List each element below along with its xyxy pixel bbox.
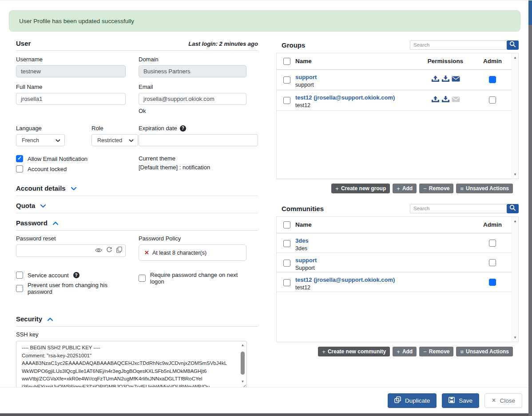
user-section-title: User [16, 40, 31, 47]
username-field-group: Username testnew [16, 56, 126, 77]
save-button[interactable]: Save [442, 393, 479, 408]
current-theme-label: Current theme [139, 155, 246, 162]
notification-checkbox-group: Allow Email Notification Account locked [16, 155, 126, 176]
copy-password-icon[interactable] [116, 247, 122, 255]
create-new-community-button[interactable]: +Create new community [318, 347, 390, 356]
help-icon[interactable]: ? [73, 272, 79, 278]
create-new-group-button[interactable]: +Create new group [331, 184, 390, 193]
ssh-key-textarea[interactable]: ---- BEGIN SSH2 PUBLIC KEY ---- Comment:… [16, 341, 247, 391]
community-name-link[interactable]: 3des [295, 237, 309, 244]
community-row-checkbox[interactable] [283, 279, 290, 286]
group-row: support support [277, 70, 518, 90]
communities-col-admin: Admin [475, 221, 510, 228]
search-icon [509, 204, 516, 212]
community-name-link[interactable]: test12 (jrosella@support.okiok.com) [295, 276, 395, 283]
fullname-input[interactable]: jrosella1 [16, 93, 126, 105]
download-permission-icon[interactable] [441, 76, 450, 82]
allow-email-notification-checkbox[interactable] [16, 155, 23, 162]
ssh-key-label: SSH key [16, 331, 258, 338]
scroll-thumb[interactable] [241, 352, 245, 375]
last-login-text: Last login: 2 minutes ago [188, 40, 258, 47]
close-button[interactable]: × Close [484, 393, 522, 408]
scroll-up-icon[interactable]: ▲ [512, 219, 518, 223]
community-unsaved-actions-button[interactable]: ≡Unsaved Actions [456, 347, 513, 356]
add-community-button[interactable]: +Add [393, 347, 417, 356]
community-row-checkbox[interactable] [283, 240, 290, 247]
page-scrollbar[interactable] [528, 0, 532, 416]
groups-scrollbar[interactable]: ▲ ▼ [512, 53, 518, 179]
domain-label: Domain [139, 56, 246, 63]
role-select[interactable]: Restricted [91, 134, 138, 146]
generate-password-refresh-icon[interactable] [106, 247, 112, 255]
current-theme-value: [Default theme] : notification [139, 164, 246, 171]
footer-action-bar: Duplicate Save × Close [0, 387, 528, 413]
email-input[interactable]: jrosella@support.okiok.com [139, 93, 246, 105]
user-profile-page: User Profile has been updated successful… [0, 0, 532, 416]
section-security[interactable]: Security [16, 315, 258, 327]
upload-permission-icon[interactable] [431, 96, 440, 103]
group-name-link[interactable]: test12 (jrosella@support.okiok.com) [295, 94, 395, 101]
mail-permission-icon[interactable] [452, 76, 460, 82]
community-admin-checkbox[interactable] [489, 279, 496, 286]
communities-select-all-checkbox[interactable] [283, 221, 290, 228]
group-unsaved-actions-button[interactable]: ≡Unsaved Actions [456, 184, 513, 193]
mail-permission-icon[interactable] [452, 96, 460, 102]
upload-permission-icon[interactable] [431, 76, 440, 82]
ssh-scrollbar[interactable]: ▲ ▼ [239, 342, 246, 390]
prevent-change-checkbox[interactable] [16, 285, 23, 292]
scroll-up-icon[interactable]: ▲ [239, 343, 246, 347]
community-row-checkbox[interactable] [283, 260, 290, 267]
email-status: Ok [139, 108, 246, 114]
service-account-checkbox[interactable] [16, 272, 23, 279]
community-admin-checkbox[interactable] [489, 259, 496, 266]
allow-email-notification-row[interactable]: Allow Email Notification [16, 155, 126, 162]
language-field-group: Language French [16, 125, 91, 146]
current-theme-group: Current theme [Default theme] : notifica… [139, 155, 246, 176]
remove-community-button[interactable]: −Remove [419, 347, 453, 356]
require-change-row[interactable]: Require password change on next logon [139, 272, 246, 285]
scroll-down-icon[interactable]: ▼ [512, 336, 518, 340]
section-quota[interactable]: Quota [16, 202, 258, 213]
page-scrollbar-thumb[interactable] [528, 0, 532, 25]
scroll-down-icon[interactable]: ▼ [512, 172, 518, 176]
groups-select-all-checkbox[interactable] [283, 58, 290, 65]
show-password-eye-icon[interactable] [95, 247, 102, 255]
service-account-row[interactable]: Service account ? [16, 272, 126, 279]
ssh-key-text: ---- BEGIN SSH2 PUBLIC KEY ---- Comment:… [22, 344, 236, 391]
require-change-checkbox[interactable] [139, 275, 146, 282]
language-select[interactable]: French [16, 134, 65, 146]
communities-table: Name Admin 3des 3des support Support [276, 216, 519, 342]
communities-search-button[interactable] [507, 204, 519, 213]
account-locked-row[interactable]: Account locked [16, 165, 126, 172]
username-input: testnew [16, 65, 126, 77]
groups-search-button[interactable] [507, 40, 519, 50]
chevron-down-icon [56, 137, 60, 144]
remove-group-button[interactable]: −Remove [419, 184, 453, 193]
plus-icon: + [397, 348, 400, 355]
language-label: Language [16, 125, 91, 132]
group-admin-checkbox[interactable] [489, 76, 496, 83]
scroll-up-icon[interactable]: ▲ [512, 56, 518, 60]
group-admin-checkbox[interactable] [489, 96, 496, 104]
prevent-change-row[interactable]: Prevent user from changing his password [16, 282, 126, 295]
section-account-details[interactable]: Account details [16, 184, 258, 196]
account-locked-checkbox[interactable] [16, 165, 23, 172]
community-admin-checkbox[interactable] [489, 240, 496, 247]
password-policy-group: Password Policy ✕ At least 8 character(s… [139, 235, 246, 261]
group-subtitle: support [295, 82, 317, 88]
plus-icon: + [397, 185, 400, 192]
communities-scrollbar[interactable]: ▲ ▼ [512, 217, 518, 342]
groups-search-input[interactable] [410, 40, 507, 50]
section-password[interactable]: Password [16, 219, 258, 231]
add-group-button[interactable]: +Add [393, 184, 417, 193]
community-name-link[interactable]: support [295, 257, 317, 264]
expiration-date-input[interactable] [139, 134, 258, 146]
group-row-checkbox[interactable] [283, 97, 290, 104]
group-row-checkbox[interactable] [283, 76, 290, 84]
help-icon[interactable]: ? [180, 125, 186, 132]
duplicate-button[interactable]: Duplicate [388, 393, 437, 408]
download-permission-icon[interactable] [441, 96, 450, 103]
communities-search-input[interactable] [410, 204, 507, 213]
group-name-link[interactable]: support [295, 74, 317, 80]
scroll-down-icon[interactable]: ▼ [239, 380, 246, 384]
